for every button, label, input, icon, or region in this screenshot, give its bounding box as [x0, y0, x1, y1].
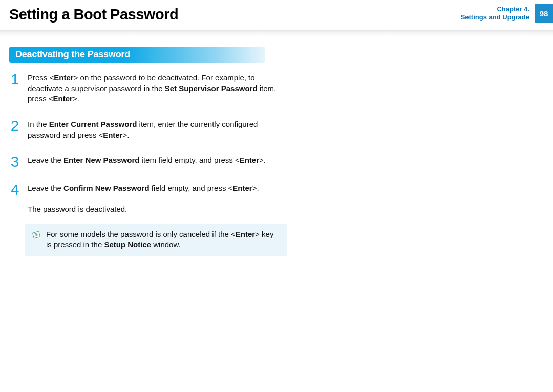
step-text: Leave the Enter New Password item field …: [28, 155, 266, 166]
step-body: Leave the Enter New Password item field …: [28, 155, 266, 166]
step-4: 4 Leave the Confirm New Password field e…: [9, 183, 278, 214]
step-2: 2 In the Enter Current Password item, en…: [9, 119, 278, 140]
step-1: 1 Press <Enter> on the password to be de…: [9, 72, 278, 104]
section-heading: Deactivating the Password: [9, 47, 265, 63]
chapter-line-1: Chapter 4.: [461, 5, 529, 13]
step-body: In the Enter Current Password item, ente…: [28, 119, 278, 140]
step-number: 2: [9, 119, 20, 133]
step-text: Press <Enter> on the password to be deac…: [28, 73, 278, 104]
page-title: Setting a Boot Password: [9, 4, 178, 23]
page-number-badge: 98: [535, 4, 553, 23]
step-body: Leave the Confirm New Password field emp…: [28, 183, 259, 214]
header-divider: [0, 30, 553, 36]
note-text: For some models the password is only can…: [46, 229, 280, 250]
chapter-text: Chapter 4. Settings and Upgrade: [461, 5, 529, 22]
note-icon: [32, 230, 41, 239]
content-column: Deactivating the Password 1 Press <Enter…: [0, 36, 287, 256]
chapter-line-2: Settings and Upgrade: [461, 13, 529, 21]
step-number: 3: [9, 155, 20, 168]
step-number: 1: [9, 72, 20, 86]
step-number: 4: [9, 183, 20, 197]
step-body: Press <Enter> on the password to be deac…: [28, 72, 278, 104]
chapter-block: Chapter 4. Settings and Upgrade 98: [461, 4, 553, 23]
note-box: For some models the password is only can…: [25, 224, 287, 256]
step-extra-text: The password is deactivated.: [28, 204, 259, 215]
step-text: In the Enter Current Password item, ente…: [28, 119, 278, 140]
page-header: Setting a Boot Password Chapter 4. Setti…: [0, 0, 553, 27]
step-text: Leave the Confirm New Password field emp…: [28, 183, 259, 194]
step-3: 3 Leave the Enter New Password item fiel…: [9, 155, 278, 168]
